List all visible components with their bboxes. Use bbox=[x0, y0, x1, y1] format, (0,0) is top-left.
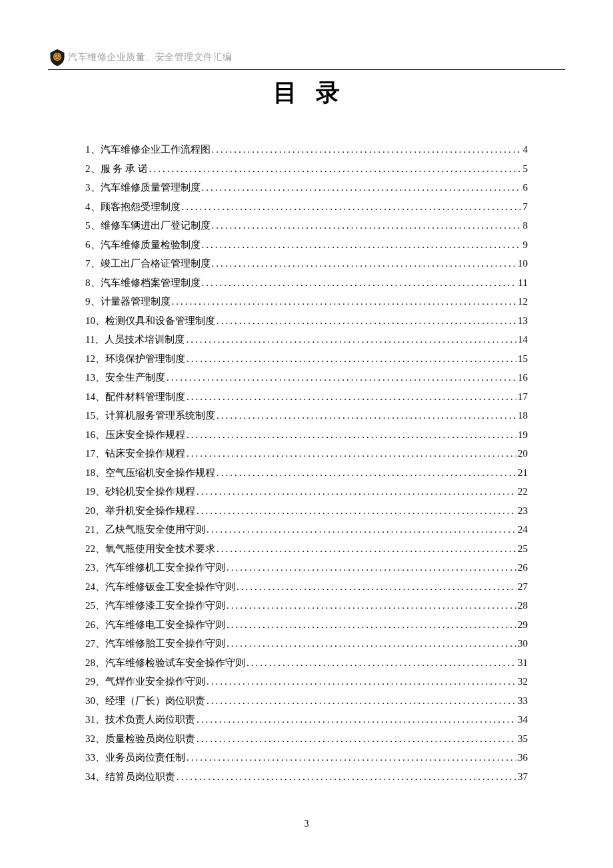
toc-entry-page: 20 bbox=[518, 444, 528, 463]
toc-entry-page: 14 bbox=[518, 330, 528, 349]
toc-entry: 21、乙炔气瓶安全使用守则...........................… bbox=[85, 520, 528, 539]
toc-entry-page: 24 bbox=[518, 520, 528, 539]
page-title: 目录 bbox=[0, 77, 613, 109]
toc-entry-page: 37 bbox=[518, 767, 528, 787]
toc-entry: 15、计算机服务管理系统制度..........................… bbox=[85, 406, 528, 425]
toc-leader-dots: ........................................… bbox=[187, 349, 516, 369]
toc-entry: 34、结算员岗位职责..............................… bbox=[85, 767, 528, 787]
toc-entry-page: 27 bbox=[518, 577, 528, 597]
toc-entry-label: 34、结算员岗位职责 bbox=[85, 767, 175, 787]
toc-entry-page: 5 bbox=[523, 159, 528, 179]
page-number: 3 bbox=[0, 819, 613, 829]
toc-entry-page: 8 bbox=[523, 216, 528, 235]
toc-entry-label: 28、汽车维修检验试车安全操作守则 bbox=[85, 653, 245, 673]
toc-entry-label: 4、顾客抱怨受理制度 bbox=[85, 197, 181, 217]
toc-entry-label: 19、砂轮机安全操作规程 bbox=[85, 482, 195, 501]
toc-entry-label: 30、经理（厂长）岗位职责 bbox=[85, 691, 205, 711]
toc-entry: 17、钻床安全操作规程.............................… bbox=[85, 444, 528, 463]
toc-entry-label: 14、配件材料管理制度 bbox=[85, 387, 185, 407]
toc-leader-dots: ........................................… bbox=[227, 558, 516, 577]
toc-entry-label: 33、业务员岗位责任制 bbox=[85, 748, 185, 767]
toc-entry-page: 28 bbox=[518, 596, 528, 615]
toc-entry-label: 5、维修车辆进出厂登记制度 bbox=[85, 216, 211, 235]
toc-entry: 7、竣工出厂合格证管理制度...........................… bbox=[85, 254, 528, 273]
toc-leader-dots: ........................................… bbox=[212, 140, 522, 159]
toc-entry: 28、汽车维修检验试车安全操作守则.......................… bbox=[85, 653, 528, 673]
toc-entry: 4、顾客抱怨受理制度..............................… bbox=[85, 197, 528, 217]
toc-entry-label: 23、汽车维修机工安全操作守则 bbox=[85, 558, 225, 577]
toc-leader-dots: ........................................… bbox=[187, 425, 516, 445]
toc-leader-dots: ........................................… bbox=[207, 520, 516, 539]
toc-leader-dots: ........................................… bbox=[237, 577, 516, 597]
toc-entry-page: 10 bbox=[518, 254, 528, 273]
toc-leader-dots: ........................................… bbox=[149, 159, 522, 179]
toc-entry-page: 32 bbox=[518, 672, 528, 691]
toc-entry-page: 30 bbox=[518, 634, 528, 653]
toc-entry-page: 35 bbox=[518, 729, 528, 749]
toc-leader-dots: ........................................… bbox=[212, 254, 517, 273]
toc-leader-dots: ........................................… bbox=[207, 672, 516, 691]
toc-leader-dots: ........................................… bbox=[217, 406, 516, 425]
toc-entry-label: 26、汽车维修电工安全操作守则 bbox=[85, 615, 225, 635]
toc-entry-page: 22 bbox=[518, 482, 528, 501]
toc-entry-label: 15、计算机服务管理系统制度 bbox=[85, 406, 215, 425]
toc-entry: 2、服 务 承 诺...............................… bbox=[85, 159, 528, 179]
toc-entry-page: 18 bbox=[518, 406, 528, 425]
toc-entry-page: 7 bbox=[523, 197, 528, 217]
toc-leader-dots: ........................................… bbox=[212, 216, 522, 235]
toc-entry-page: 6 bbox=[523, 178, 528, 197]
toc-entry-label: 1、汽车维修企业工作流程图 bbox=[85, 140, 211, 159]
toc-entry-label: 21、乙炔气瓶安全使用守则 bbox=[85, 520, 205, 539]
toc-entry: 9、计量器管理制度...............................… bbox=[85, 292, 528, 311]
toc-entry: 14、配件材料管理制度.............................… bbox=[85, 387, 528, 407]
toc-entry-page: 9 bbox=[523, 235, 528, 255]
toc-entry: 23、汽车维修机工安全操作守则.........................… bbox=[85, 558, 528, 577]
toc-entry: 27、汽车维修胎工安全操作守则.........................… bbox=[85, 634, 528, 653]
toc-entry-label: 10、检测仪具和设备管理制度 bbox=[85, 311, 215, 331]
toc-entry-page: 19 bbox=[518, 425, 528, 445]
toc-leader-dots: ........................................… bbox=[197, 482, 516, 501]
toc-entry: 31、技术负责人岗位职责............................… bbox=[85, 710, 528, 729]
toc-entry-page: 29 bbox=[518, 615, 528, 635]
toc-leader-dots: ........................................… bbox=[202, 178, 522, 197]
toc-entry: 6、汽车维修质量检验制度............................… bbox=[85, 235, 528, 255]
toc-leader-dots: ........................................… bbox=[177, 767, 516, 787]
toc-entry-page: 36 bbox=[518, 748, 528, 767]
toc-leader-dots: ........................................… bbox=[197, 729, 516, 749]
toc-entry-label: 25、汽车维修漆工安全操作守则 bbox=[85, 596, 225, 615]
header-rule bbox=[48, 69, 565, 70]
toc-leader-dots: ........................................… bbox=[202, 273, 517, 293]
toc-entry-page: 26 bbox=[518, 558, 528, 577]
document-header: 汽车维修企业质量、安全管理文件汇编 bbox=[0, 0, 613, 67]
toc-entry-label: 3、汽车维修质量管理制度 bbox=[85, 178, 201, 197]
toc-leader-dots: ........................................… bbox=[187, 387, 516, 407]
toc-leader-dots: ........................................… bbox=[227, 634, 516, 653]
toc-entry-label: 8、汽车维修档案管理制度 bbox=[85, 273, 201, 293]
toc-leader-dots: ........................................… bbox=[197, 501, 516, 521]
table-of-contents: 1、汽车维修企业工作流程图...........................… bbox=[0, 140, 613, 786]
toc-entry-label: 22、氧气瓶使用安全技术要求 bbox=[85, 539, 215, 559]
toc-entry-page: 33 bbox=[518, 691, 528, 711]
toc-leader-dots: ........................................… bbox=[227, 596, 516, 615]
toc-entry-page: 12 bbox=[518, 292, 528, 311]
toc-entry: 8、汽车维修档案管理制度............................… bbox=[85, 273, 528, 293]
toc-leader-dots: ........................................… bbox=[202, 235, 522, 255]
toc-leader-dots: ........................................… bbox=[207, 691, 516, 711]
toc-entry: 32、质量检验员岗位职责............................… bbox=[85, 729, 528, 749]
toc-entry-page: 31 bbox=[518, 653, 528, 673]
toc-entry-page: 11 bbox=[518, 273, 528, 293]
toc-leader-dots: ........................................… bbox=[182, 197, 522, 217]
toc-entry: 24、汽车维修钣金工安全操作守则........................… bbox=[85, 577, 528, 597]
toc-entry: 25、汽车维修漆工安全操作守则.........................… bbox=[85, 596, 528, 615]
toc-entry-label: 18、空气压缩机安全操作规程 bbox=[85, 463, 215, 483]
toc-leader-dots: ........................................… bbox=[197, 710, 516, 729]
toc-entry: 18、空气压缩机安全操作规程..........................… bbox=[85, 463, 528, 483]
logo-icon bbox=[48, 48, 67, 67]
toc-entry-label: 2、服 务 承 诺 bbox=[85, 159, 148, 179]
toc-leader-dots: ........................................… bbox=[227, 615, 516, 635]
toc-entry-page: 13 bbox=[518, 311, 528, 331]
toc-entry-page: 23 bbox=[518, 501, 528, 521]
toc-entry: 22、氧气瓶使用安全技术要求..........................… bbox=[85, 539, 528, 559]
toc-leader-dots: ........................................… bbox=[187, 444, 516, 463]
toc-entry-label: 27、汽车维修胎工安全操作守则 bbox=[85, 634, 225, 653]
